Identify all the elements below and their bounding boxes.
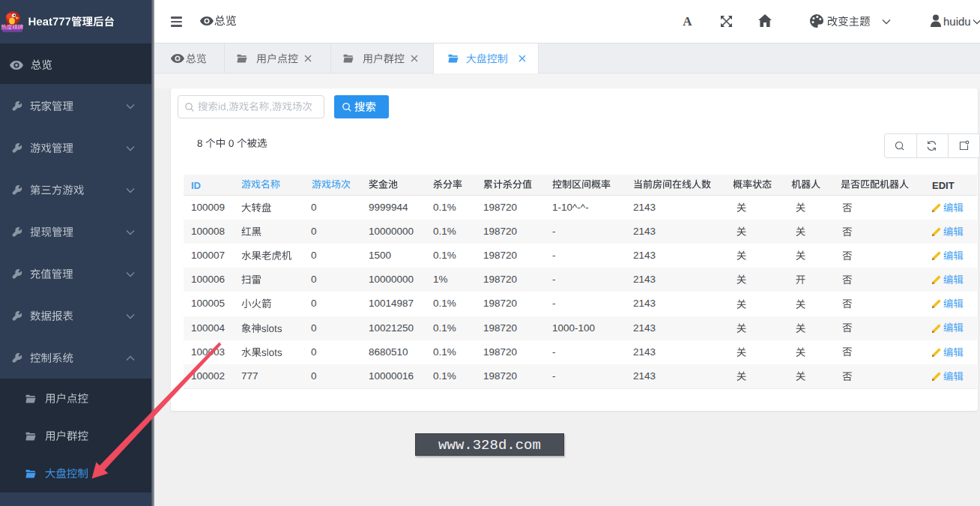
svg-text:A: A xyxy=(683,14,692,27)
